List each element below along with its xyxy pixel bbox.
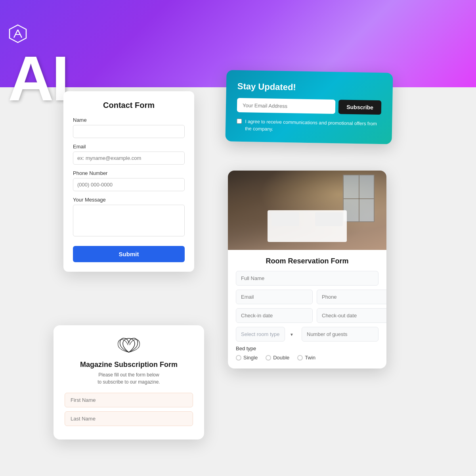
ai-logo-area: AI (8, 24, 67, 110)
res-checkin-input[interactable] (236, 308, 313, 323)
window-divider-v (359, 175, 359, 221)
submit-button[interactable]: Submit (73, 246, 185, 262)
single-label: Single (243, 355, 258, 361)
room-reservation-card: Room Reservation Form Select room type S… (228, 171, 386, 369)
pillow-left (271, 212, 299, 226)
name-label: Name (73, 117, 185, 123)
newsletter-email-input[interactable] (237, 98, 336, 114)
name-input[interactable] (73, 125, 185, 138)
subscribe-button[interactable]: Subscribe (338, 100, 381, 115)
bed-type-double-option[interactable]: Double (266, 355, 289, 361)
double-radio[interactable] (266, 355, 271, 361)
bed-decoration (268, 210, 347, 242)
room-reservation-form-body: Room Reservation Form Select room type S… (228, 250, 386, 369)
message-label: Your Message (73, 197, 185, 203)
email-subscribe-row: Subscribe (237, 98, 382, 115)
mag-last-name-input[interactable] (65, 411, 193, 426)
twin-radio[interactable] (297, 355, 303, 361)
stay-updated-title: Stay Updated! (237, 81, 382, 94)
bed-type-twin-option[interactable]: Twin (297, 355, 315, 361)
hexagon-icon (8, 24, 28, 44)
ai-logo-text: AI (8, 47, 67, 110)
svg-line-2 (18, 30, 22, 38)
magazine-title: Magazine Subscription Form (65, 361, 193, 369)
pillow-right (315, 212, 343, 226)
email-input[interactable] (73, 152, 185, 165)
stay-updated-card: Stay Updated! Subscribe I agree to recei… (225, 70, 393, 144)
single-radio[interactable] (236, 355, 241, 361)
contact-form-title: Contact Form (73, 101, 185, 110)
bed-type-single-option[interactable]: Single (236, 355, 258, 361)
magazine-card: Magazine Subscription Form Please fill o… (54, 325, 204, 440)
double-label: Double (273, 355, 289, 361)
room-type-wrapper: Select room type Single Double Suite (236, 327, 298, 342)
email-group: Email (73, 144, 185, 165)
mag-first-name-input[interactable] (65, 393, 193, 407)
email-label: Email (73, 144, 185, 150)
res-checkout-input[interactable] (317, 308, 386, 323)
phone-input[interactable] (73, 178, 185, 191)
res-email-input[interactable] (236, 290, 313, 304)
res-full-name-input[interactable] (236, 271, 379, 286)
res-email-phone-row (236, 290, 379, 304)
bed-type-section: Bed type Single Double Twin (236, 345, 379, 361)
twin-label: Twin (305, 355, 315, 361)
contact-form-card: Contact Form Name Email Phone Number You… (63, 91, 194, 272)
svg-line-1 (14, 30, 18, 38)
name-group: Name (73, 117, 185, 138)
phone-label: Phone Number (73, 170, 185, 176)
room-type-select[interactable]: Select room type Single Double Suite (236, 327, 285, 342)
window-decoration (343, 175, 375, 222)
svg-marker-0 (10, 25, 26, 42)
res-phone-input[interactable] (317, 290, 386, 304)
res-dates-row (236, 308, 379, 323)
agreement-checkbox[interactable] (237, 119, 242, 124)
message-input[interactable] (73, 205, 185, 236)
room-image (228, 171, 386, 250)
magazine-description: Please fill out the form belowto subscri… (65, 371, 193, 386)
message-group: Your Message (73, 197, 185, 238)
res-guests-input[interactable] (302, 327, 379, 342)
agreement-row: I agree to receive communications and pr… (237, 118, 381, 134)
res-room-guests-row: Select room type Single Double Suite (236, 327, 379, 342)
bed-type-options: Single Double Twin (236, 355, 379, 361)
phone-group: Phone Number (73, 170, 185, 191)
room-reservation-title: Room Reservation Form (236, 257, 379, 265)
agreement-text: I agree to receive communications and pr… (245, 118, 381, 134)
lotus-icon (65, 336, 193, 356)
bed-type-label: Bed type (236, 345, 379, 351)
